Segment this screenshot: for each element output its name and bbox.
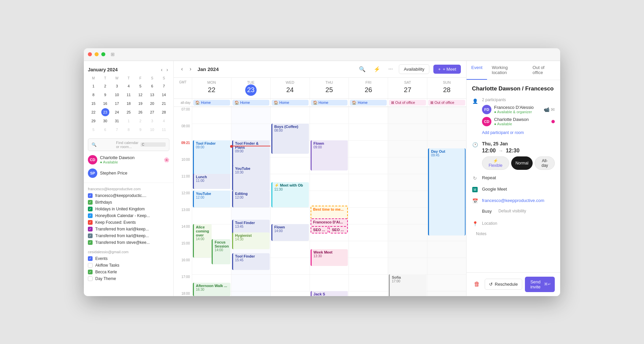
event-jack-thu[interactable]: Jack S 18:00 (311, 291, 348, 296)
sidebar-prev-month[interactable]: ‹ (160, 66, 164, 73)
reschedule-button[interactable]: ↺ Reschedule (485, 279, 522, 290)
mini-cal-day-10[interactable]: 10 (148, 126, 156, 134)
mini-cal-day-18[interactable]: 18 (125, 99, 133, 108)
cal-item-becca[interactable]: ✓ Becca Kerle (85, 269, 172, 275)
search-button[interactable]: 🔍 (357, 64, 368, 74)
availability-button[interactable]: Availability (399, 64, 429, 74)
mini-cal-day-21[interactable]: 21 (160, 99, 168, 108)
event-week-meet-thu[interactable]: Week Meet 13:30 (311, 249, 348, 266)
lightning-button[interactable]: ⚡ (372, 64, 382, 74)
cal-item-honeybook[interactable]: ✓ HoneyBook Calendar - Keep... (85, 212, 172, 219)
cal-item-daytheme[interactable]: Day Theme (85, 275, 172, 282)
flexible-pill[interactable]: ⚡ Flexible (482, 156, 509, 170)
event-flown-thu[interactable]: Flown 09:00 (311, 140, 348, 170)
mini-cal-day-7[interactable]: 7 (113, 126, 121, 134)
allday-event-wed[interactable]: 🏠 Home (272, 100, 309, 106)
cal-item-transferred1[interactable]: ✓ Transferred from karl@keep... (85, 226, 172, 232)
cal-item-transferred2[interactable]: ✓ Transferred from karl@keep... (85, 232, 172, 239)
mini-cal-day-12[interactable]: 12 (137, 91, 145, 99)
mini-cal-day-29[interactable]: 29 (90, 117, 98, 125)
mini-cal-day-10[interactable]: 10 (113, 91, 121, 99)
event-seo-thu2[interactable]: SEO ... (329, 226, 348, 233)
mini-cal-day-28[interactable]: 28 (160, 108, 168, 116)
mini-cal-day-9[interactable]: 9 (101, 91, 109, 99)
mini-cal-day-5[interactable]: 5 (90, 126, 98, 134)
event-afternoon-walk-mon[interactable]: Afternoon Walk ... 16:30 (193, 283, 230, 296)
sidebar-toggle-icon[interactable]: ⊞ (111, 52, 115, 57)
mini-cal-day-6[interactable]: 6 (101, 126, 109, 134)
send-invite-button[interactable]: Send invite ⌘↵ (525, 277, 555, 292)
cal-item-birthdays[interactable]: ✓ Birthdays (85, 199, 172, 206)
meet-button[interactable]: + + Meet (433, 65, 461, 74)
mini-cal-day-20[interactable]: 20 (148, 99, 156, 108)
mini-cal-day-13[interactable]: 13 (148, 91, 156, 99)
cal-item-transferred3[interactable]: ✓ Transferred from steve@kee... (85, 239, 172, 246)
normal-pill[interactable]: Normal (511, 156, 533, 170)
delete-event-button[interactable]: 🗑 (472, 279, 482, 290)
mini-cal-day-1[interactable]: 1 (125, 117, 133, 125)
event-meet-ob-wed[interactable]: ⚡ Meet with Ob 11:30 (271, 182, 309, 207)
cal-item-events[interactable]: ✓ Events (85, 255, 172, 262)
cal-item-main[interactable]: ✓ francesco@keepproductic.... (85, 192, 172, 199)
event-alice-mon[interactable]: Alice coming over 14:00 (193, 224, 212, 258)
event-best-time-thu[interactable]: Best time to me... (311, 206, 348, 219)
event-youtube-mon[interactable]: YouTube 12:00 (193, 191, 230, 207)
user-charlotte[interactable]: CD Charlotte Dawson ● Available 🌸 (84, 153, 173, 166)
mini-cal-day-24[interactable]: 24 (113, 108, 121, 116)
event-boys-coffee-wed[interactable]: Boys (Coffee) 08:00 (271, 124, 309, 154)
search-bar[interactable]: 🔍 Find calendar or room... C (84, 136, 173, 153)
mini-cal-day-31[interactable]: 31 (113, 117, 121, 125)
sidebar-next-month[interactable]: › (165, 66, 169, 73)
mini-cal-day-9[interactable]: 9 (137, 126, 145, 134)
event-sofia-sat[interactable]: Sofia 17:00 (389, 274, 426, 296)
minimize-button[interactable] (95, 52, 99, 56)
allday-event-mon[interactable]: 🏠 Home (193, 100, 230, 106)
event-hygienist-tue[interactable]: Hygienist 14:30 (232, 232, 270, 249)
allday-event-thu[interactable]: 🏠 Home (311, 100, 348, 106)
event-youtube-tue[interactable]: YouTube 10:30 (232, 165, 270, 191)
mini-cal-day-6[interactable]: 6 (148, 82, 156, 90)
cal-item-holidays[interactable]: ✓ Holidays in United Kingdom (85, 206, 172, 212)
event-editing-tue[interactable]: Editing 12:00 (232, 191, 270, 207)
mini-cal-day-3[interactable]: 3 (113, 82, 121, 90)
mini-cal-day-8[interactable]: 8 (125, 126, 133, 134)
mini-cal-day-14[interactable]: 14 (160, 91, 168, 99)
mini-cal-day-27[interactable]: 27 (148, 108, 156, 116)
event-flown-wed[interactable]: Flown 14:00 (271, 224, 309, 241)
tab-event[interactable]: Event (467, 61, 487, 80)
tab-working-location[interactable]: Working location (487, 61, 528, 80)
mini-cal-day-1[interactable]: 1 (90, 82, 98, 90)
cal-prev-btn[interactable]: ‹ (179, 65, 185, 73)
event-day-out-sun[interactable]: Day Out 09:45 (428, 148, 466, 235)
allday-event-sun[interactable]: ⊠ Out of office (428, 100, 465, 106)
allday-event-fri[interactable]: 🏠 Home (350, 100, 387, 106)
more-button[interactable]: ··· (386, 64, 395, 74)
mini-cal-day-26[interactable]: 26 (137, 108, 145, 116)
cal-item-keepfocused[interactable]: ✓ Keep Focused: Events (85, 219, 172, 226)
mini-cal-day-30[interactable]: 30 (101, 117, 109, 125)
event-lunch-mon[interactable]: Lunch 11:00 (193, 174, 230, 189)
mini-cal-day-4[interactable]: 4 (160, 117, 168, 125)
mini-cal-day-25[interactable]: 25 (125, 108, 133, 116)
event-seo-thu1[interactable]: SEO ... (311, 226, 329, 233)
cal-item-akiflow[interactable]: Akiflow Tasks (85, 262, 172, 269)
mini-cal-day-8[interactable]: 8 (90, 91, 98, 99)
mini-cal-day-19[interactable]: 19 (137, 99, 145, 108)
mini-cal-day-7[interactable]: 7 (160, 82, 168, 90)
close-button[interactable] (88, 52, 92, 56)
allday-pill[interactable]: All-day (535, 156, 555, 170)
add-participant-link[interactable]: Add participant or room (482, 129, 555, 136)
mini-cal-day-2[interactable]: 2 (101, 82, 109, 90)
mini-cal-day-3[interactable]: 3 (148, 117, 156, 125)
user-stephen[interactable]: SP Stephen Price (84, 166, 173, 180)
event-focus-session-mon[interactable]: Focus Session 14:00 (212, 239, 230, 264)
mini-cal-day-4[interactable]: 4 (125, 82, 133, 90)
event-francesco-thu[interactable]: Francesco D'Al... (311, 218, 348, 227)
cal-next-btn[interactable]: › (187, 65, 193, 73)
tab-out-of-office[interactable]: Out of office (528, 61, 560, 80)
allday-event-sat[interactable]: ⊠ Out of office (389, 100, 426, 106)
mini-cal-day-11[interactable]: 11 (160, 126, 168, 134)
event-tool-finder-tue3[interactable]: Tool Finder 15:45 (232, 253, 270, 270)
mini-cal-day-22[interactable]: 22 (90, 108, 98, 116)
mini-cal-day-23[interactable]: 23 (101, 108, 109, 116)
